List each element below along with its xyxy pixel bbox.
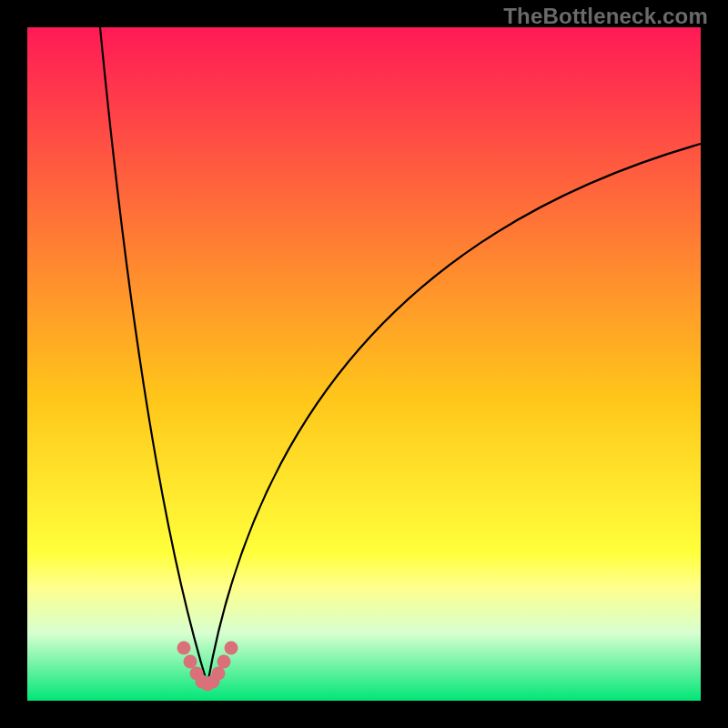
dip-dot: [225, 642, 238, 655]
dip-dot: [184, 655, 197, 669]
dip-dot: [177, 642, 191, 655]
watermark-text: TheBottleneck.com: [503, 4, 708, 29]
figure-root: TheBottleneck.com: [0, 0, 728, 728]
dip-dot: [217, 655, 231, 669]
plot-background: [27, 27, 701, 701]
plot-area: [27, 27, 701, 701]
plot-svg: [0, 0, 728, 728]
dip-dot: [212, 667, 226, 681]
